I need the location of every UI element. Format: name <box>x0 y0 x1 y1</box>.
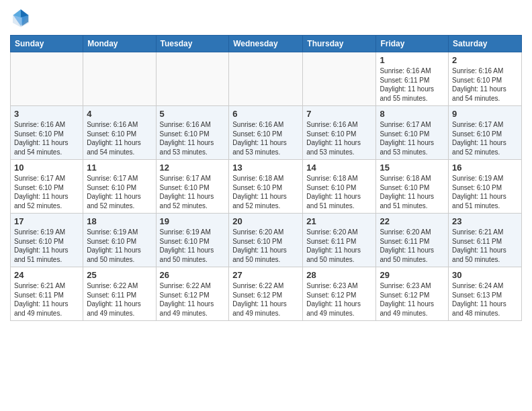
day-info: Sunrise: 6:16 AMSunset: 6:11 PMDaylight:… <box>380 66 445 103</box>
day-number: 27 <box>232 270 299 280</box>
calendar-cell: 6Sunrise: 6:16 AMSunset: 6:10 PMDaylight… <box>229 106 303 160</box>
day-number: 29 <box>380 270 445 280</box>
calendar-body: 1Sunrise: 6:16 AMSunset: 6:11 PMDaylight… <box>11 52 522 321</box>
day-info: Sunrise: 6:17 AMSunset: 6:10 PMDaylight:… <box>160 174 226 210</box>
day-number: 14 <box>306 163 372 173</box>
day-number: 28 <box>306 270 372 280</box>
day-info: Sunrise: 6:19 AMSunset: 6:10 PMDaylight:… <box>87 228 152 264</box>
day-number: 7 <box>306 109 372 119</box>
calendar-cell: 14Sunrise: 6:18 AMSunset: 6:10 PMDayligh… <box>303 160 376 214</box>
day-info: Sunrise: 6:22 AMSunset: 6:12 PMDaylight:… <box>160 281 226 318</box>
day-number: 17 <box>14 216 79 226</box>
day-number: 21 <box>306 216 372 226</box>
day-info: Sunrise: 6:21 AMSunset: 6:11 PMDaylight:… <box>452 228 518 264</box>
day-info: Sunrise: 6:16 AMSunset: 6:10 PMDaylight:… <box>160 120 226 156</box>
day-info: Sunrise: 6:22 AMSunset: 6:12 PMDaylight:… <box>232 281 299 318</box>
calendar-cell: 10Sunrise: 6:17 AMSunset: 6:10 PMDayligh… <box>11 160 83 214</box>
calendar-week-row: 3Sunrise: 6:16 AMSunset: 6:10 PMDaylight… <box>11 106 522 160</box>
day-number: 1 <box>380 55 445 65</box>
calendar-cell: 4Sunrise: 6:16 AMSunset: 6:10 PMDaylight… <box>83 106 156 160</box>
logo-icon <box>10 7 32 28</box>
calendar-header-sunday: Sunday <box>11 36 83 52</box>
day-info: Sunrise: 6:20 AMSunset: 6:11 PMDaylight:… <box>380 228 445 264</box>
day-number: 10 <box>14 163 79 173</box>
calendar-cell: 24Sunrise: 6:21 AMSunset: 6:11 PMDayligh… <box>11 267 83 321</box>
calendar-header-thursday: Thursday <box>303 36 376 52</box>
calendar-cell: 20Sunrise: 6:20 AMSunset: 6:10 PMDayligh… <box>229 214 303 267</box>
day-number: 23 <box>452 216 518 226</box>
day-info: Sunrise: 6:16 AMSunset: 6:10 PMDaylight:… <box>452 66 518 103</box>
calendar-cell: 19Sunrise: 6:19 AMSunset: 6:10 PMDayligh… <box>156 214 229 267</box>
day-info: Sunrise: 6:17 AMSunset: 6:10 PMDaylight:… <box>380 120 445 156</box>
day-number: 24 <box>14 270 79 280</box>
day-number: 9 <box>452 109 518 119</box>
calendar-week-row: 24Sunrise: 6:21 AMSunset: 6:11 PMDayligh… <box>11 267 522 321</box>
header <box>10 7 522 28</box>
day-info: Sunrise: 6:16 AMSunset: 6:10 PMDaylight:… <box>306 120 372 156</box>
calendar-header-saturday: Saturday <box>449 36 522 52</box>
calendar-cell: 3Sunrise: 6:16 AMSunset: 6:10 PMDaylight… <box>11 106 83 160</box>
calendar-cell: 8Sunrise: 6:17 AMSunset: 6:10 PMDaylight… <box>376 106 449 160</box>
day-info: Sunrise: 6:23 AMSunset: 6:12 PMDaylight:… <box>306 281 372 318</box>
calendar-week-row: 10Sunrise: 6:17 AMSunset: 6:10 PMDayligh… <box>11 160 522 214</box>
day-number: 16 <box>452 163 518 173</box>
calendar-cell <box>156 52 229 106</box>
day-info: Sunrise: 6:17 AMSunset: 6:10 PMDaylight:… <box>14 174 79 210</box>
day-number: 18 <box>87 216 152 226</box>
day-info: Sunrise: 6:16 AMSunset: 6:10 PMDaylight:… <box>232 120 299 156</box>
day-info: Sunrise: 6:18 AMSunset: 6:10 PMDaylight:… <box>232 174 299 210</box>
calendar-cell: 29Sunrise: 6:23 AMSunset: 6:12 PMDayligh… <box>376 267 449 321</box>
calendar-cell: 22Sunrise: 6:20 AMSunset: 6:11 PMDayligh… <box>376 214 449 267</box>
calendar-cell: 28Sunrise: 6:23 AMSunset: 6:12 PMDayligh… <box>303 267 376 321</box>
calendar-week-row: 17Sunrise: 6:19 AMSunset: 6:10 PMDayligh… <box>11 214 522 267</box>
calendar-cell: 23Sunrise: 6:21 AMSunset: 6:11 PMDayligh… <box>449 214 522 267</box>
day-number: 8 <box>380 109 445 119</box>
calendar-cell <box>303 52 376 106</box>
day-info: Sunrise: 6:23 AMSunset: 6:12 PMDaylight:… <box>380 281 445 318</box>
calendar-cell: 5Sunrise: 6:16 AMSunset: 6:10 PMDaylight… <box>156 106 229 160</box>
calendar-cell <box>11 52 83 106</box>
calendar-table: SundayMondayTuesdayWednesdayThursdayFrid… <box>10 35 522 321</box>
day-number: 6 <box>232 109 299 119</box>
calendar-cell: 12Sunrise: 6:17 AMSunset: 6:10 PMDayligh… <box>156 160 229 214</box>
day-number: 4 <box>87 109 152 119</box>
calendar-header-monday: Monday <box>83 36 156 52</box>
day-number: 2 <box>452 55 518 65</box>
day-info: Sunrise: 6:20 AMSunset: 6:11 PMDaylight:… <box>306 228 372 264</box>
day-number: 12 <box>160 163 226 173</box>
day-number: 15 <box>380 163 445 173</box>
day-number: 20 <box>232 216 299 226</box>
day-number: 3 <box>14 109 79 119</box>
calendar-header-friday: Friday <box>376 36 449 52</box>
day-info: Sunrise: 6:18 AMSunset: 6:10 PMDaylight:… <box>306 174 372 210</box>
day-info: Sunrise: 6:21 AMSunset: 6:11 PMDaylight:… <box>14 281 79 318</box>
calendar-week-row: 1Sunrise: 6:16 AMSunset: 6:11 PMDaylight… <box>11 52 522 106</box>
day-info: Sunrise: 6:16 AMSunset: 6:10 PMDaylight:… <box>14 120 79 156</box>
calendar-cell <box>83 52 156 106</box>
calendar-cell: 21Sunrise: 6:20 AMSunset: 6:11 PMDayligh… <box>303 214 376 267</box>
calendar-cell: 7Sunrise: 6:16 AMSunset: 6:10 PMDaylight… <box>303 106 376 160</box>
logo <box>10 7 34 28</box>
day-info: Sunrise: 6:17 AMSunset: 6:10 PMDaylight:… <box>452 120 518 156</box>
calendar-cell: 27Sunrise: 6:22 AMSunset: 6:12 PMDayligh… <box>229 267 303 321</box>
calendar-header-tuesday: Tuesday <box>156 36 229 52</box>
calendar-cell: 2Sunrise: 6:16 AMSunset: 6:10 PMDaylight… <box>449 52 522 106</box>
day-number: 22 <box>380 216 445 226</box>
calendar-cell: 15Sunrise: 6:18 AMSunset: 6:10 PMDayligh… <box>376 160 449 214</box>
day-number: 30 <box>452 270 518 280</box>
calendar-cell <box>229 52 303 106</box>
calendar-cell: 25Sunrise: 6:22 AMSunset: 6:11 PMDayligh… <box>83 267 156 321</box>
day-number: 5 <box>160 109 226 119</box>
calendar-header-row: SundayMondayTuesdayWednesdayThursdayFrid… <box>11 36 522 52</box>
day-info: Sunrise: 6:18 AMSunset: 6:10 PMDaylight:… <box>380 174 445 210</box>
day-info: Sunrise: 6:19 AMSunset: 6:10 PMDaylight:… <box>160 228 226 264</box>
calendar-header-wednesday: Wednesday <box>229 36 303 52</box>
calendar-cell: 17Sunrise: 6:19 AMSunset: 6:10 PMDayligh… <box>11 214 83 267</box>
day-number: 19 <box>160 216 226 226</box>
day-info: Sunrise: 6:19 AMSunset: 6:10 PMDaylight:… <box>452 174 518 210</box>
calendar-cell: 9Sunrise: 6:17 AMSunset: 6:10 PMDaylight… <box>449 106 522 160</box>
day-info: Sunrise: 6:24 AMSunset: 6:13 PMDaylight:… <box>452 281 518 318</box>
day-number: 25 <box>87 270 152 280</box>
calendar-cell: 11Sunrise: 6:17 AMSunset: 6:10 PMDayligh… <box>83 160 156 214</box>
day-number: 11 <box>87 163 152 173</box>
